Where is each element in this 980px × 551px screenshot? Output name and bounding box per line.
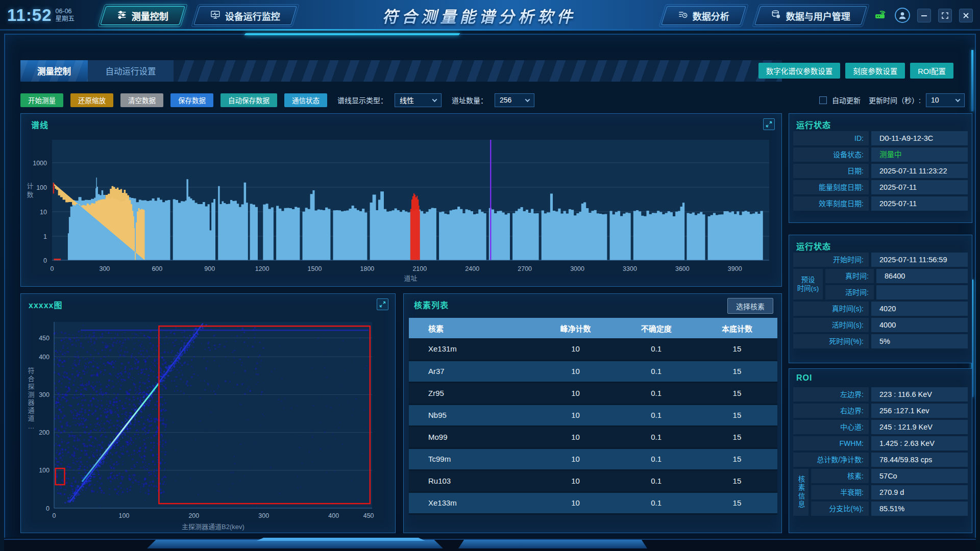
config-button-0[interactable]: 数字化谱仪参数设置 [758,63,841,79]
nuclide-row-Zr95[interactable]: Zr95100.115 [409,382,777,404]
spectrum-panel: 谱线 1000100101003006009001200150018002100… [20,113,782,287]
coincidence-map-chart[interactable]: 01002003004004500100200300400450主探测器通道B2… [21,294,395,533]
x-tick-label: 3000 [570,265,584,272]
row-label: 活时间: [825,285,874,299]
group-label: 核素信息 [793,469,808,516]
table-cell: Xe133m [409,492,535,514]
minimize-button[interactable] [917,9,931,22]
x-tick-label: 100 [118,512,129,519]
nuclide-list-title: 核素列表 [414,298,449,311]
x-tick-label: 600 [152,265,162,272]
nuclide-row-Xe131m[interactable]: Xe131m100.115 [409,338,777,360]
analysis-clock-icon [678,9,688,22]
table-cell: 0.1 [616,338,697,360]
table-cell: Ar37 [409,360,535,382]
toolbar-button-3[interactable]: 保存数据 [170,93,213,107]
nav-device-monitor[interactable]: 设备运行监控 [193,6,297,25]
nuclide-row-Nb95[interactable]: Nb95100.115 [409,404,777,426]
config-button-2[interactable]: ROI配置 [910,63,953,79]
toolbar-button-1[interactable]: 还原缩放 [70,93,113,107]
row-value: 2025-07-11 11:23:22 [871,164,968,178]
row-value: 2025-07-11 11:56:59 [871,253,968,267]
row-label: 分支比(%): [811,502,869,516]
status-row-dead-time: 死时间(%): 5% [793,334,968,348]
nuclide-row-Ru103[interactable]: Ru103100.115 [409,470,777,492]
roi-fwhm-row: FWHM: 1.425 : 2.63 KeV [793,436,968,450]
x-tick-label: 1200 [255,265,270,272]
app-title: 符合测量能谱分析软件 [294,4,664,27]
nav-data-user-mgmt[interactable]: 数据与用户管理 [754,6,867,25]
clock-time: 11:52 [7,6,52,25]
nuclide-name-row: 核素: 57Co [811,469,968,483]
row-label: 活时间(s): [793,318,869,332]
roi-counts-row: 总计数/净计数: 78.44/59.83 cps [793,453,968,467]
x-axis-label: 主探测器通道B2(kev) [182,523,244,531]
row-value: 2025-07-11 [871,196,968,211]
auto-update-checkbox[interactable] [819,96,827,104]
table-cell: 10 [535,470,616,492]
tab-bar: 测量控制 自动运行设置 [20,60,782,82]
toolbar-button-4[interactable]: 自动保存数据 [220,93,277,107]
column-header: 峰净计数 [535,318,616,338]
select-nuclide-button[interactable]: 选择核素 [727,298,773,314]
row-value: 86400 [876,269,968,283]
database-user-icon [771,9,781,22]
row-label: 设备状态: [793,147,869,162]
status-row-date: 日期: 2025-07-11 11:23:22 [793,164,968,178]
nuclide-table: 核素峰净计数不确定度本底计数 Xe131m100.115Ar37100.115Z… [409,318,777,515]
y-tick-label: 400 [39,354,50,361]
system-icons [873,7,973,23]
table-cell: 15 [697,338,777,360]
nuclide-row-Tc99m[interactable]: Tc99m100.115 [409,448,777,470]
y-axis-label: 符合探测器通道… [28,367,34,430]
nuclide-row-Mo99[interactable]: Mo99100.115 [409,426,777,448]
spectrum-chart[interactable]: 1000100101003006009001200150018002100240… [21,114,781,285]
close-button[interactable] [959,9,973,22]
user-avatar-icon[interactable] [895,8,910,23]
nuclide-table-header: 核素峰净计数不确定度本底计数 [409,318,777,338]
x-tick-label: 200 [188,512,199,519]
row-value: 4000 [871,318,968,332]
column-header: 核素 [409,318,535,338]
channel-count-select[interactable]: 256 [495,93,534,107]
display-type-select[interactable]: 线性 [395,93,442,107]
row-value: 4020 [871,302,968,316]
toolbar-button-5[interactable]: 通信状态 [284,93,327,107]
nav-right: 数据分析 数据与用户管理 [664,6,864,25]
y-tick-label: 1000 [33,160,47,167]
toolbar-button-0[interactable]: 开始测量 [20,93,63,107]
nuclide-row-Xe133m[interactable]: Xe133m100.115 [409,492,777,514]
config-button-1[interactable]: 刻度参数设置 [845,63,905,79]
nav-data-analysis[interactable]: 数据分析 [661,6,746,25]
row-label: 核素: [811,469,869,483]
nuclide-row-Ar37[interactable]: Ar37100.115 [409,360,777,382]
connection-icon[interactable] [873,7,888,23]
row-label: 真时间: [825,269,874,283]
x-tick-label: 2400 [465,265,479,272]
row-value: 256 :127.1 Kev [871,404,968,418]
row-label: 开始时间: [793,253,869,267]
tab-measure-control[interactable]: 测量控制 [20,60,88,82]
nav-measure-control[interactable]: 测量控制 [100,6,185,25]
top-bar: 11:52 06-06 星期五 测量控制 [0,0,980,31]
monitor-icon [210,9,220,22]
config-buttons: 数字化谱仪参数设置刻度参数设置ROI配置 [758,63,953,79]
weekday-value: 星期五 [56,15,75,23]
sliders-icon [117,9,127,22]
maximize-button[interactable] [938,9,952,22]
update-interval-select[interactable]: 10 [926,93,965,107]
table-cell: Ru103 [409,470,535,492]
toolbar-button-2[interactable]: 清空数据 [120,93,163,107]
bottom-decoration [4,538,976,551]
roi-center-row: 中心道: 245 : 121.9 KeV [793,420,968,434]
nuclide-info-group: 核素信息 核素: 57Co 半衰期: 270.9 d 分支比(%): 85.51… [793,469,968,516]
tab-auto-run-settings[interactable]: 自动运行设置 [88,60,174,82]
roi-left-bound-row: 左边界: 223 : 116.6 KeV [793,387,968,402]
device-status-value: 测量中 [871,147,968,162]
nav-label: 测量控制 [132,9,168,22]
status-row-true-time: 真时间(s): 4020 [793,302,968,316]
panel-title: ROI [796,373,812,383]
table-cell: 0.1 [616,360,697,382]
row-value: 223 : 116.6 KeV [871,387,968,402]
table-cell: 10 [535,492,616,514]
